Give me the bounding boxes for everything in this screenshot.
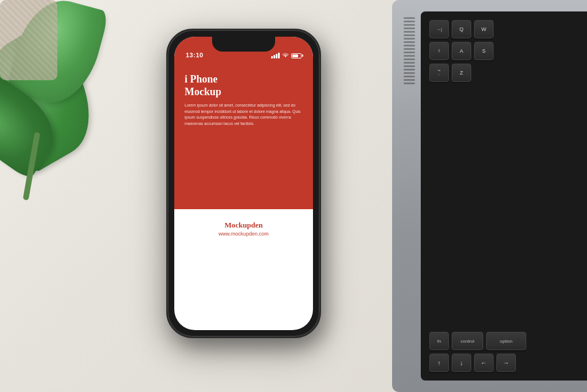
speaker-grille: [404, 17, 415, 109]
battery-icon: [291, 53, 302, 58]
key-s[interactable]: S: [474, 42, 494, 60]
key-arrow-left[interactable]: ←: [474, 354, 494, 372]
key-w[interactable]: W: [474, 20, 494, 38]
home-indicator: [221, 324, 267, 327]
signal-bar-1: [271, 56, 273, 58]
key-a[interactable]: A: [452, 42, 471, 60]
signal-bar-4: [278, 53, 280, 58]
speaker-hole: [404, 28, 415, 29]
speaker-hole: [404, 76, 415, 77]
key-arrow-up[interactable]: ↑: [429, 354, 449, 372]
power-button: [320, 99, 321, 133]
phone-body-text: Lorem ipsum dolor sit amet, consectetur …: [185, 103, 303, 127]
key-q[interactable]: Q: [452, 20, 471, 38]
speaker-hole: [404, 31, 415, 33]
speaker-hole: [404, 72, 415, 74]
key-caps-lock[interactable]: ⇧: [429, 42, 449, 60]
rope-texture: [0, 0, 57, 80]
speaker-hole: [404, 83, 415, 84]
speaker-hole: [404, 34, 415, 36]
notch: [212, 37, 275, 52]
key-fn[interactable]: fn: [429, 332, 449, 350]
keyboard-row-arrows: ↑ ↓ ← →: [429, 354, 587, 372]
key-arrow-right[interactable]: →: [496, 354, 516, 372]
rope-decoration: [0, 0, 69, 92]
volume-up-button: [166, 99, 167, 127]
speaker-hole: [404, 24, 415, 26]
speaker-hole: [404, 48, 415, 50]
speaker-hole: [404, 21, 415, 22]
status-icons: [271, 53, 302, 58]
key-control[interactable]: control: [452, 332, 483, 350]
key-option[interactable]: option: [486, 332, 526, 350]
speaker-hole: [404, 45, 415, 46]
speaker-hole: [404, 38, 415, 40]
signal-bar-2: [273, 55, 275, 58]
laptop-keyboard: →| Q W ⇧ A S ~ ˜: [381, 0, 587, 392]
battery-fill: [292, 54, 298, 57]
mockupden-url: www.mockupden.com: [218, 231, 269, 237]
keyboard-row-2: ⇧ A S: [429, 42, 587, 60]
signal-bar-3: [276, 54, 277, 58]
speaker-hole: [404, 79, 415, 81]
status-time: 13:10: [186, 52, 204, 58]
iphone-screen: 13:10: [174, 37, 313, 330]
speaker-hole: [404, 69, 415, 70]
iphone-body: 13:10: [166, 29, 321, 338]
laptop-body: →| Q W ⇧ A S ~ ˜: [392, 0, 587, 392]
red-section: i Phone Mockup Lorem ipsum dolor sit ame…: [174, 62, 313, 209]
keyboard-row-1: →| Q W: [429, 20, 587, 38]
key-arrow-down[interactable]: ↓: [452, 354, 471, 372]
mockupden-brand: Mockupden: [225, 221, 263, 230]
speaker-hole: [404, 55, 415, 57]
key-tilde[interactable]: ~ ˜: [429, 64, 449, 82]
speaker-hole: [404, 62, 415, 64]
speaker-hole: [404, 52, 415, 53]
white-section: Mockupden www.mockupden.com: [174, 209, 313, 248]
keyboard-row-modifiers: fn control option: [429, 332, 587, 350]
key-tab[interactable]: →|: [429, 20, 449, 38]
speaker-hole: [404, 65, 415, 67]
phone-title: i Phone Mockup: [185, 73, 303, 98]
keyboard-area: →| Q W ⇧ A S ~ ˜: [421, 11, 587, 381]
mute-button: [166, 76, 167, 93]
keyboard-row-3: ~ ˜ Z: [429, 64, 587, 82]
speaker-hole: [404, 17, 415, 19]
iphone-mockup: 13:10: [166, 29, 321, 338]
volume-down-button: [166, 133, 167, 162]
speaker-hole: [404, 58, 415, 60]
screen-content: i Phone Mockup Lorem ipsum dolor sit ame…: [174, 62, 313, 330]
signal-bars: [271, 53, 280, 58]
wifi-icon: [282, 53, 289, 58]
speaker-hole: [404, 41, 415, 43]
key-z[interactable]: Z: [452, 64, 471, 82]
